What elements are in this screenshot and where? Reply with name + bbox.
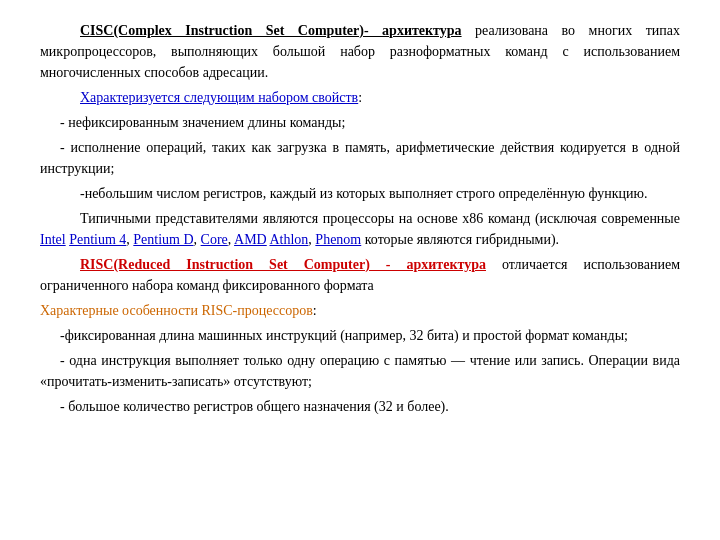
core-link[interactable]: Core xyxy=(201,232,228,247)
phenom-link[interactable]: Phenom xyxy=(315,232,361,247)
prop3-text: -небольшим числом регистров, каждый из к… xyxy=(80,186,647,201)
risc-properties-highlight: Характерные особенности RISC-процессоров xyxy=(40,303,313,318)
paragraph-prop2: - исполнение операций, таких как загрузк… xyxy=(40,137,680,179)
comma2: , xyxy=(194,232,201,247)
prop1-text: - нефиксированным значением длины команд… xyxy=(60,115,345,130)
risc-properties-colon: : xyxy=(313,303,317,318)
risc-prop2-text: - одна инструкция выполняет только одну … xyxy=(40,353,680,389)
risc-prop1-text: -фиксированная длина машинных инструкций… xyxy=(60,328,628,343)
rep-intro: Типичными представителями являются проце… xyxy=(80,211,680,226)
rep-end: которые являются гибридными). xyxy=(361,232,559,247)
pentiumD-link[interactable]: Pentium D xyxy=(133,232,193,247)
paragraph-risc-prop1: -фиксированная длина машинных инструкций… xyxy=(40,325,680,346)
risc-prop3-text: - большое количество регистров общего на… xyxy=(60,399,449,414)
paragraph-cisc-intro: CISC(Complex Instruction Set Computer)- … xyxy=(40,20,680,83)
paragraph-risc-prop3: - большое количество регистров общего на… xyxy=(40,396,680,417)
properties-highlight: Характеризуется следующим набором свойст… xyxy=(80,90,358,105)
main-content: CISC(Complex Instruction Set Computer)- … xyxy=(40,20,680,417)
paragraph-prop3: -небольшим числом регистров, каждый из к… xyxy=(40,183,680,204)
paragraph-prop1: - нефиксированным значением длины команд… xyxy=(40,112,680,133)
prop2-text: - исполнение операций, таких как загрузк… xyxy=(40,140,680,176)
risc-term: RISC(Reduced Instruction Set Computer) -… xyxy=(80,257,486,272)
paragraph-risc-prop2: - одна инструкция выполняет только одну … xyxy=(40,350,680,392)
paragraph-representatives: Типичными представителями являются проце… xyxy=(40,208,680,250)
paragraph-risc-properties: Характерные особенности RISC-процессоров… xyxy=(40,300,680,321)
paragraph-properties: Характеризуется следующим набором свойст… xyxy=(40,87,680,108)
intel-link[interactable]: Intel xyxy=(40,232,66,247)
amd-link[interactable]: AMD xyxy=(234,232,267,247)
properties-colon: : xyxy=(358,90,362,105)
pentium4-link[interactable]: Pentium 4 xyxy=(69,232,126,247)
paragraph-risc-intro: RISC(Reduced Instruction Set Computer) -… xyxy=(40,254,680,296)
cisc-term: CISC(Complex Instruction Set Computer)- … xyxy=(80,23,462,38)
athlon-link[interactable]: Athlon xyxy=(269,232,308,247)
